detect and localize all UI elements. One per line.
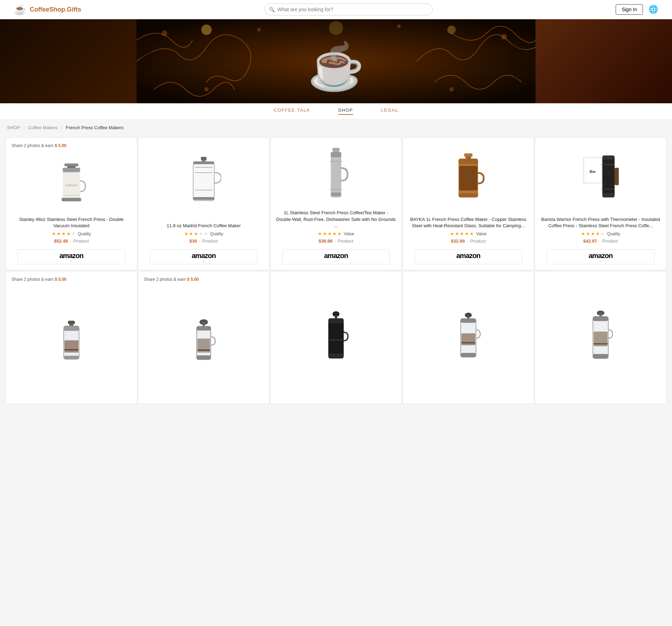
nav-item-coffee-talk[interactable]: COFFEE TALK bbox=[274, 107, 310, 115]
nav-item-shop[interactable]: SHOP bbox=[338, 107, 353, 115]
promo-banner: Share 2 photos & earn $ 5.00 bbox=[12, 143, 66, 148]
price-separator: · bbox=[335, 238, 337, 244]
star-filled: ★ bbox=[581, 231, 585, 236]
svg-rect-76 bbox=[467, 315, 469, 319]
product-card[interactable] bbox=[535, 271, 666, 404]
amazon-badge[interactable]: amazon ⌣ bbox=[150, 249, 258, 264]
svg-text:Bw: Bw bbox=[590, 169, 596, 174]
product-price: $36.98 bbox=[318, 238, 332, 244]
svg-point-1 bbox=[162, 30, 167, 36]
svg-rect-61 bbox=[64, 340, 78, 353]
svg-rect-55 bbox=[68, 321, 75, 324]
price-type: Product bbox=[470, 238, 486, 244]
star-filled: ★ bbox=[194, 231, 198, 236]
star-filled: ★ bbox=[450, 231, 454, 236]
svg-rect-81 bbox=[461, 333, 475, 345]
product-title: BAYKA 1L French Press Coffee Maker - Cop… bbox=[408, 216, 528, 229]
svg-rect-79 bbox=[461, 353, 476, 357]
product-price-row: $30 · Product bbox=[189, 238, 218, 244]
amazon-logo: amazon ⌣ bbox=[589, 252, 612, 262]
amazon-badge[interactable]: amazon ⌣ bbox=[18, 249, 125, 264]
svg-rect-68 bbox=[197, 339, 210, 353]
svg-rect-51 bbox=[602, 193, 615, 197]
product-image-wrap bbox=[408, 143, 528, 214]
svg-rect-71 bbox=[328, 318, 344, 359]
svg-rect-53 bbox=[602, 189, 615, 189]
product-image-wrap bbox=[144, 143, 264, 220]
product-card[interactable]: Bw Barista Warrior French Press with The… bbox=[535, 137, 666, 270]
amazon-badge[interactable]: amazon ⌣ bbox=[282, 249, 390, 264]
svg-rect-43 bbox=[458, 159, 478, 164]
svg-rect-74 bbox=[329, 339, 343, 341]
stars: ★★★★★Value bbox=[450, 231, 486, 236]
svg-rect-58 bbox=[64, 326, 79, 331]
product-card[interactable] bbox=[402, 271, 534, 404]
svg-point-2 bbox=[204, 87, 209, 91]
product-price: $32.99 bbox=[451, 238, 465, 244]
product-card[interactable]: 11.8 oz Madrid French Coffee Maker★★★★★Q… bbox=[138, 137, 270, 270]
star-filled: ★ bbox=[455, 231, 459, 236]
svg-rect-45 bbox=[459, 166, 477, 190]
product-price: $30 bbox=[189, 238, 197, 244]
product-title: Barista Warrior French Press with Thermo… bbox=[541, 216, 660, 229]
price-type: Product bbox=[338, 238, 354, 244]
logo-text: CoffeeShop.Gifts bbox=[30, 6, 81, 13]
promo-banner: Share 2 photos & earn $ 5.00 bbox=[144, 277, 199, 282]
svg-rect-23 bbox=[62, 198, 81, 201]
svg-point-14 bbox=[201, 25, 212, 35]
product-card[interactable]: Share 2 photos & earn $ 5.00 bbox=[6, 271, 137, 404]
price-type: Product bbox=[73, 238, 89, 244]
product-image-wrap: Bw bbox=[541, 143, 660, 214]
amazon-badge[interactable]: amazon ⌣ bbox=[547, 249, 654, 264]
star-filled: ★ bbox=[318, 231, 322, 236]
star-empty: ★ bbox=[204, 231, 208, 236]
product-title: 1L Stainless Steel French Press Coffee/T… bbox=[276, 210, 396, 229]
breadcrumb-shop[interactable]: SHOP bbox=[7, 125, 20, 130]
svg-rect-35 bbox=[331, 152, 341, 197]
amazon-badge[interactable]: amazon ⌣ bbox=[414, 249, 522, 264]
promo-amount: $ 5.00 bbox=[55, 143, 66, 148]
rating-label: Value bbox=[344, 231, 354, 236]
sign-in-button[interactable]: Sign In bbox=[616, 4, 643, 15]
svg-rect-85 bbox=[593, 317, 608, 321]
breadcrumb-coffee-makers[interactable]: Coffee Makers bbox=[28, 125, 57, 130]
breadcrumb: SHOP › Coffee Makers › French Press Coff… bbox=[0, 119, 672, 136]
svg-rect-21 bbox=[63, 172, 79, 173]
svg-rect-72 bbox=[328, 318, 344, 323]
svg-point-15 bbox=[447, 26, 456, 34]
product-card[interactable]: BAYKA 1L French Press Coffee Maker - Cop… bbox=[402, 137, 534, 270]
star-filled: ★ bbox=[62, 231, 66, 236]
product-card[interactable]: 1L Stainless Steel French Press Coffee/T… bbox=[270, 137, 402, 270]
svg-point-16 bbox=[329, 21, 343, 35]
translate-icon[interactable]: 🌐 bbox=[649, 5, 658, 14]
svg-rect-34 bbox=[332, 148, 340, 152]
price-type: Product bbox=[602, 238, 618, 244]
svg-rect-88 bbox=[594, 332, 608, 346]
search-input[interactable] bbox=[265, 4, 433, 15]
svg-rect-17 bbox=[64, 164, 78, 166]
product-image-wrap bbox=[408, 277, 528, 398]
product-price: $52.49 bbox=[54, 238, 68, 244]
svg-rect-63 bbox=[203, 322, 205, 326]
svg-rect-18 bbox=[67, 166, 76, 168]
product-image-wrap bbox=[276, 277, 396, 398]
header-actions: Sign In 🌐 bbox=[616, 4, 658, 15]
nav-item-legal[interactable]: LEGAL bbox=[381, 107, 398, 115]
product-card[interactable]: Share 2 photos & earn $ 5.00 bbox=[138, 271, 270, 404]
svg-rect-70 bbox=[335, 314, 337, 318]
svg-rect-50 bbox=[602, 155, 615, 160]
amazon-logo: amazon ⌣ bbox=[324, 252, 348, 262]
product-price-row: $32.99 · Product bbox=[451, 238, 485, 244]
star-empty: ★ bbox=[71, 231, 76, 236]
star-filled: ★ bbox=[52, 231, 56, 236]
amazon-logo: amazon ⌣ bbox=[192, 252, 216, 262]
promo-amount: $ 5.00 bbox=[55, 277, 66, 282]
promo-banner: Share 2 photos & earn $ 5.00 bbox=[12, 277, 66, 282]
product-card[interactable] bbox=[270, 271, 402, 404]
logo[interactable]: ☕ CoffeeShop.Gifts bbox=[14, 4, 81, 15]
svg-rect-37 bbox=[331, 193, 341, 196]
price-separator: · bbox=[70, 238, 72, 244]
product-card[interactable]: Share 2 photos & earn $ 5.00 STANLEY Sta… bbox=[6, 137, 137, 270]
rating-label: Value bbox=[476, 231, 486, 236]
svg-rect-73 bbox=[328, 354, 344, 359]
